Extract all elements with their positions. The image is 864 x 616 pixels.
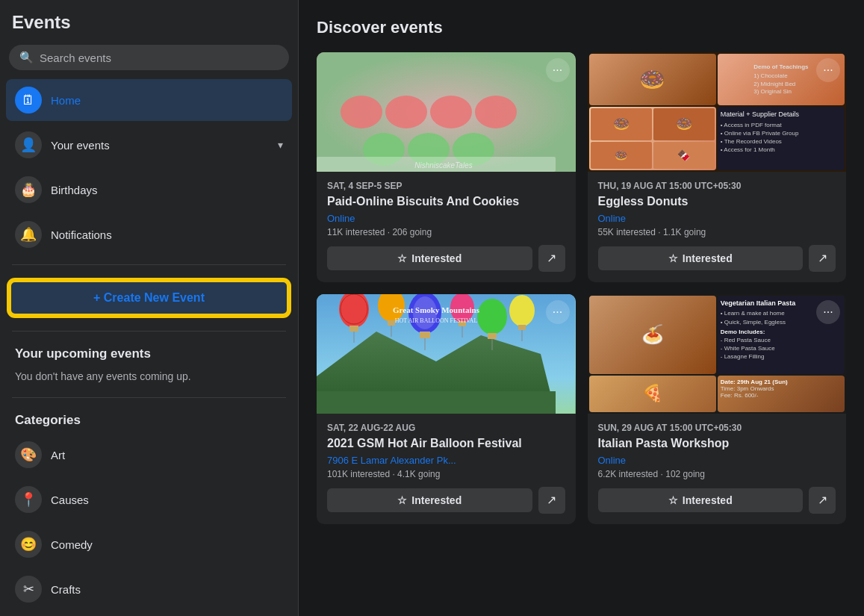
svg-text:HOT AIR BALLOON FESTIVAL: HOT AIR BALLOON FESTIVAL (395, 317, 478, 324)
event-card-pasta[interactable]: 🍝 Vegetarian Italian Pasta • Learn & mak… (588, 294, 847, 524)
sidebar-item-art[interactable]: 🎨 Art (6, 434, 292, 476)
home-icon: 🗓 (15, 87, 42, 113)
event-info: THU, 19 AUG AT 15:00 UTC+05:30 Eggless D… (588, 172, 847, 282)
svg-point-3 (430, 96, 472, 128)
event-stats: 55K interested · 1.1K going (598, 227, 836, 237)
event-image-pasta: 🍝 Vegetarian Italian Pasta • Learn & mak… (588, 294, 847, 414)
svg-point-2 (385, 96, 427, 128)
svg-rect-15 (349, 326, 358, 332)
event-image-balloons: Great Smoky Mountains HOT AIR BALLOON FE… (317, 294, 576, 414)
interested-button[interactable]: ☆ Interested (327, 488, 532, 512)
sidebar-item-label: Birthdays (51, 184, 98, 196)
svg-point-14 (341, 294, 367, 324)
sidebar-item-label: Notifications (51, 228, 112, 241)
svg-rect-12 (317, 391, 556, 414)
event-actions: ☆ Interested ↗ (327, 245, 565, 272)
sidebar-item-home[interactable]: 🗓 Home (6, 79, 292, 121)
share-button[interactable]: ↗ (809, 245, 836, 272)
interested-label: Interested (411, 252, 461, 264)
event-more-button[interactable]: ··· (816, 300, 840, 324)
svg-text:Great Smoky Mountains: Great Smoky Mountains (393, 305, 480, 314)
discover-events-title: Discover events (317, 18, 846, 37)
art-icon: 🎨 (15, 441, 42, 468)
upcoming-events-title: Your upcoming events (6, 340, 292, 364)
event-image-donuts: 🍩 Demo of Teachings 1) Chocolate2) Midni… (588, 52, 847, 172)
birthday-icon: 🎂 (15, 176, 42, 203)
svg-rect-18 (388, 320, 395, 326)
chevron-down-icon: ▾ (278, 139, 283, 151)
sidebar-item-comedy[interactable]: 😊 Comedy (6, 523, 292, 565)
page-title: Events (6, 12, 292, 42)
event-info: SUN, 29 AUG AT 15:00 UTC+05:30 Italian P… (588, 414, 847, 524)
sidebar-item-label: Art (51, 449, 65, 461)
svg-rect-28 (488, 333, 497, 339)
crafts-icon: ✂ (15, 576, 42, 603)
event-card-balloons[interactable]: Great Smoky Mountains HOT AIR BALLOON FE… (317, 294, 576, 524)
sidebar-item-label: Crafts (51, 583, 81, 596)
event-name: Eggless Donuts (598, 194, 836, 210)
share-button[interactable]: ↗ (538, 487, 565, 514)
main-content: Discover events (299, 0, 864, 616)
divider (12, 264, 286, 265)
share-icon: ↗ (818, 251, 827, 265)
sidebar-item-notifications[interactable]: 🔔 Notifications (6, 214, 292, 255)
share-icon: ↗ (818, 493, 827, 507)
sidebar: Events 🔍 Search events 🗓 Home 👤 Your eve… (0, 0, 299, 616)
event-more-button[interactable]: ··· (546, 300, 570, 324)
event-date: SAT, 22 AUG-22 AUG (327, 423, 565, 433)
event-image-biscuits: NishniscakeTales ··· (317, 52, 576, 172)
interested-button[interactable]: ☆ Interested (327, 246, 532, 270)
star-icon: ☆ (397, 252, 407, 264)
person-icon: 👤 (15, 131, 42, 158)
event-more-button[interactable]: ··· (816, 58, 840, 82)
interested-label: Interested (411, 494, 461, 506)
event-name: 2021 GSM Hot Air Balloon Festival (327, 436, 565, 452)
sidebar-item-crafts[interactable]: ✂ Crafts (6, 568, 292, 610)
interested-button[interactable]: ☆ Interested (598, 488, 804, 512)
divider (12, 397, 286, 398)
event-name: Italian Pasta Workshop (598, 436, 836, 452)
sidebar-item-label: Causes (51, 494, 89, 506)
sidebar-item-your-events[interactable]: 👤 Your events ▾ (6, 124, 292, 166)
share-button[interactable]: ↗ (809, 487, 836, 514)
sidebar-item-causes[interactable]: 📍 Causes (6, 479, 292, 520)
svg-point-27 (477, 299, 507, 335)
search-icon: 🔍 (19, 51, 34, 64)
event-card-biscuits[interactable]: NishniscakeTales ··· SAT, 4 SEP-5 SEP Pa… (317, 52, 576, 282)
svg-text:NishniscakeTales: NishniscakeTales (414, 161, 472, 169)
svg-rect-31 (518, 325, 526, 330)
event-actions: ☆ Interested ↗ (598, 487, 836, 514)
interested-button[interactable]: ☆ Interested (598, 246, 804, 270)
search-bar[interactable]: 🔍 Search events (9, 45, 289, 70)
event-date: THU, 19 AUG AT 15:00 UTC+05:30 (598, 181, 836, 191)
event-name: Paid-Online Biscuits And Cookies (327, 194, 565, 210)
causes-icon: 📍 (15, 486, 42, 513)
event-location: Online (598, 455, 836, 466)
svg-point-4 (475, 96, 517, 128)
share-button[interactable]: ↗ (538, 245, 565, 272)
event-date: SAT, 4 SEP-5 SEP (327, 181, 565, 191)
star-icon: ☆ (668, 494, 678, 506)
sidebar-item-birthdays[interactable]: 🎂 Birthdays (6, 169, 292, 211)
sidebar-item-label: Comedy (51, 538, 93, 551)
event-location: Online (598, 213, 836, 224)
event-location: Online (327, 213, 565, 224)
share-icon: ↗ (547, 251, 556, 265)
svg-rect-22 (420, 332, 430, 338)
events-grid: NishniscakeTales ··· SAT, 4 SEP-5 SEP Pa… (317, 52, 846, 524)
bell-icon: 🔔 (15, 221, 42, 248)
svg-point-30 (509, 295, 535, 326)
sidebar-item-label: Home (51, 94, 81, 107)
comedy-icon: 😊 (15, 531, 42, 558)
event-info: SAT, 22 AUG-22 AUG 2021 GSM Hot Air Ball… (317, 414, 576, 524)
event-stats: 11K interested · 206 going (327, 227, 565, 237)
create-event-button[interactable]: + Create New Event (9, 280, 289, 316)
share-icon: ↗ (547, 493, 556, 507)
event-stats: 101K interested · 4.1K going (327, 469, 565, 479)
event-more-button[interactable]: ··· (546, 58, 570, 82)
event-stats: 6.2K interested · 102 going (598, 469, 836, 479)
star-icon: ☆ (397, 494, 407, 506)
interested-label: Interested (683, 494, 733, 506)
event-card-donuts[interactable]: 🍩 Demo of Teachings 1) Chocolate2) Midni… (588, 52, 847, 282)
search-placeholder: Search events (40, 52, 111, 64)
